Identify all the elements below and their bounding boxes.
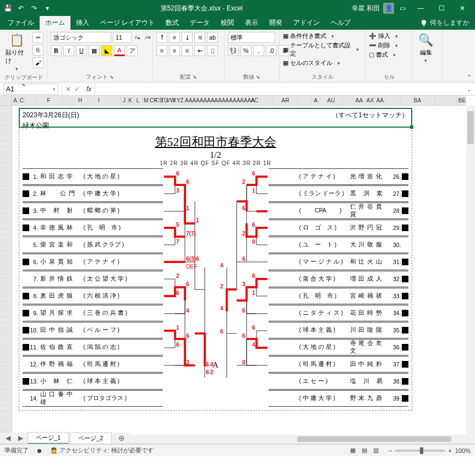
ribbon-display-icon[interactable]: ▭ — [400, 4, 406, 12]
row-header[interactable] — [0, 177, 12, 183]
tab-review[interactable]: 校閲 — [215, 16, 239, 30]
number-format-select[interactable] — [228, 32, 275, 43]
row-header[interactable] — [0, 117, 12, 122]
normal-view-button[interactable]: ▦ — [348, 447, 358, 453]
row-header[interactable] — [0, 188, 12, 194]
align-middle-button[interactable]: ≡ — [169, 32, 180, 43]
close-button[interactable]: ✕ — [453, 4, 472, 12]
row-header[interactable] — [0, 364, 12, 370]
row-header[interactable] — [0, 216, 12, 221]
sheet-nav-next[interactable]: ▶ — [15, 434, 26, 442]
row-header[interactable] — [0, 348, 12, 353]
row-header[interactable] — [0, 353, 12, 359]
col-header[interactable] — [298, 96, 312, 105]
col-header[interactable]: AC — [249, 96, 261, 105]
col-header[interactable]: AR — [273, 96, 298, 105]
row-header[interactable] — [0, 375, 12, 381]
row-header[interactable] — [0, 166, 12, 172]
editing-button[interactable]: 🔍 編集 ▾ — [416, 32, 435, 64]
row-header[interactable] — [0, 397, 12, 403]
row-header[interactable] — [0, 403, 12, 408]
col-header[interactable]: BE — [457, 96, 466, 105]
row-header[interactable] — [0, 150, 12, 155]
align-left-button[interactable]: ≡ — [156, 45, 167, 56]
formula-input[interactable] — [95, 83, 466, 95]
italic-button[interactable]: I — [63, 45, 74, 56]
tab-formulas[interactable]: 数式 — [160, 16, 184, 30]
tab-insert[interactable]: 挿入 — [70, 16, 95, 30]
page-break-view-button[interactable]: ▥ — [371, 447, 381, 453]
col-header[interactable] — [435, 96, 457, 105]
row-header[interactable] — [0, 243, 12, 249]
col-header[interactable]: L — [133, 96, 143, 105]
row-header[interactable] — [0, 304, 12, 309]
row-header[interactable] — [0, 331, 12, 337]
border-button[interactable]: ▦ — [89, 45, 100, 56]
col-header[interactable]: J — [121, 96, 128, 105]
row-header[interactable] — [0, 265, 12, 271]
row-header[interactable] — [0, 282, 12, 287]
format-as-table-button[interactable]: ▦テーブルとして書式設定▾ — [283, 41, 362, 58]
row-header[interactable] — [0, 144, 12, 150]
delete-cells-button[interactable]: ➖削除▾ — [369, 41, 401, 50]
row-header[interactable] — [0, 172, 12, 177]
sheet-tab-2[interactable]: ページ_2 — [70, 433, 111, 444]
qat-customize-icon[interactable]: ▾ — [43, 4, 52, 12]
select-all-corner[interactable] — [0, 96, 12, 105]
row-header[interactable] — [0, 315, 12, 320]
vertical-scrollbar[interactable] — [466, 106, 475, 435]
minimize-button[interactable]: — — [411, 4, 430, 12]
col-header[interactable] — [25, 96, 35, 105]
col-header[interactable] — [385, 96, 401, 105]
row-header[interactable] — [0, 210, 12, 216]
collapse-ribbon-icon[interactable]: ⌃ — [467, 74, 472, 81]
maximize-button[interactable]: ☐ — [432, 4, 451, 12]
tab-help[interactable]: ヘルプ — [325, 16, 356, 30]
row-header[interactable] — [0, 419, 12, 425]
expand-formula-bar-icon[interactable]: ⌄ — [466, 85, 475, 93]
add-sheet-button[interactable]: ⊕ — [113, 434, 130, 442]
row-header[interactable] — [0, 309, 12, 315]
page-layout-view-button[interactable]: ▤ — [359, 447, 369, 453]
sheet-tab-1[interactable]: ページ_1 — [28, 432, 69, 444]
row-header[interactable] — [0, 298, 12, 304]
col-header[interactable]: M — [143, 96, 150, 105]
row-header[interactable] — [0, 276, 12, 282]
tell-me[interactable]: 何をしますか — [414, 16, 475, 30]
col-header[interactable]: Z — [179, 96, 185, 105]
inc-decimal-button[interactable]: .0 — [266, 45, 277, 56]
row-header[interactable] — [0, 326, 12, 331]
bold-button[interactable]: B — [51, 45, 62, 56]
user-account[interactable]: 幸星 和田 👤 — [352, 3, 394, 14]
col-header[interactable]: AA — [353, 96, 365, 105]
wrap-text-button[interactable]: ab — [207, 32, 218, 43]
redo-icon[interactable]: ↷ — [30, 4, 39, 12]
row-header[interactable] — [0, 205, 12, 210]
col-header[interactable]: A — [312, 96, 320, 105]
row-header[interactable] — [0, 425, 12, 430]
undo-icon[interactable]: ↶ — [17, 4, 25, 12]
col-header[interactable]: A — [12, 96, 19, 105]
sheet-canvas[interactable]: 2023年3月26日(日) （すべて1セットマッチ） 緑木公園 第52回和田市春… — [12, 106, 466, 435]
col-header[interactable] — [261, 96, 273, 105]
align-center-button[interactable]: ≡ — [169, 45, 180, 56]
col-header[interactable] — [342, 96, 353, 105]
cancel-formula-icon[interactable]: ✕ — [65, 85, 71, 93]
row-header[interactable] — [0, 183, 12, 188]
phonetic-button[interactable]: ア — [127, 45, 138, 56]
row-header[interactable] — [0, 128, 12, 133]
col-header[interactable] — [63, 96, 73, 105]
row-headers[interactable] — [0, 106, 12, 435]
row-header[interactable] — [0, 227, 12, 232]
paste-button[interactable]: 📋 貼り付け ▾ — [3, 32, 30, 73]
col-header[interactable]: TU — [161, 96, 166, 105]
col-header[interactable]: XY — [173, 96, 179, 105]
row-header[interactable] — [0, 232, 12, 238]
row-header[interactable] — [0, 381, 12, 386]
row-header[interactable] — [0, 392, 12, 397]
row-header[interactable] — [0, 337, 12, 342]
sheet-nav-prev[interactable]: ◀ — [2, 434, 14, 442]
row-header[interactable] — [0, 106, 12, 111]
row-header[interactable] — [0, 359, 12, 364]
worksheet-grid[interactable]: ACFHIJKLMCFCSTUVWXYZAAAAAAAAAAAAAAAAAAAA… — [0, 96, 475, 444]
